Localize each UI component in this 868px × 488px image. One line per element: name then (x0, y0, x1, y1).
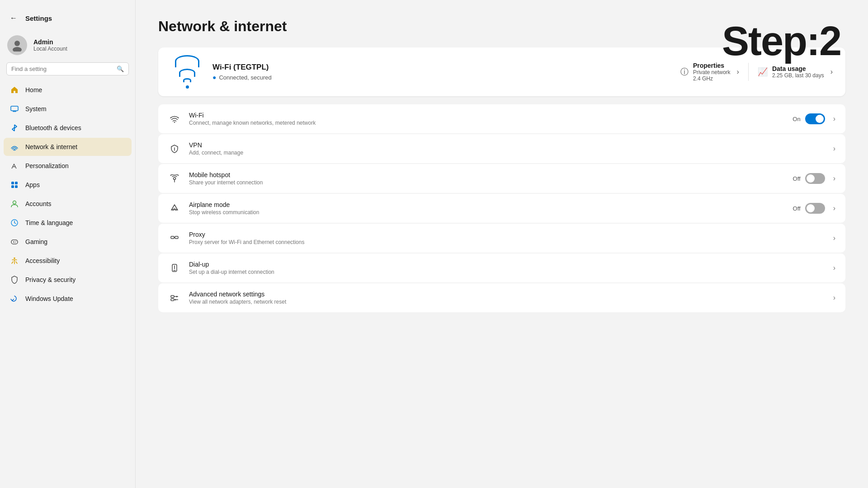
sidebar-item-system[interactable]: System (4, 100, 132, 118)
chevron-dialup: › (833, 264, 835, 272)
toggle-label-airplane: Off (793, 205, 801, 212)
toggle-wifi[interactable] (805, 113, 825, 124)
settings-row-vpn[interactable]: VPN Add, connect, manage › (158, 134, 845, 163)
title-bar: ← Settings (0, 7, 135, 31)
bluetooth-icon (10, 123, 19, 132)
sidebar-item-update[interactable]: Windows Update (4, 290, 132, 308)
svg-rect-6 (11, 182, 14, 184)
sidebar-item-time[interactable]: Time & language (4, 214, 132, 232)
hotspot-row-icon (168, 172, 181, 185)
svg-rect-9 (15, 185, 18, 188)
row-title-airplane: Airplane mode (189, 201, 785, 208)
row-title-hotspot: Mobile hotspot (189, 171, 785, 178)
row-right-airplane: Off (793, 203, 825, 214)
system-icon (10, 104, 19, 113)
settings-row-proxy[interactable]: Proxy Proxy server for Wi-Fi and Etherne… (158, 224, 845, 253)
time-icon (10, 218, 19, 227)
data-usage-title: Data usage (772, 65, 824, 72)
network-icon (10, 142, 19, 151)
user-role: Local Account (33, 46, 67, 52)
data-usage-sub: 2.25 GB, last 30 days (772, 72, 824, 79)
settings-row-advanced[interactable]: Advanced network settings View all netwo… (158, 283, 845, 312)
apps-icon (10, 180, 19, 189)
chevron-advanced: › (833, 294, 835, 302)
row-sub-proxy: Proxy server for Wi-Fi and Ethernet conn… (189, 239, 825, 245)
sidebar-item-apps[interactable]: Apps (4, 176, 132, 194)
sidebar-label-time: Time & language (25, 219, 73, 226)
wifi-status: ● Connected, secured (212, 74, 671, 81)
svg-rect-24 (175, 236, 178, 239)
sidebar-label-home: Home (25, 86, 42, 94)
sidebar-item-privacy[interactable]: Privacy & security (4, 271, 132, 289)
user-section: Admin Local Account (0, 31, 135, 62)
chevron-airplane: › (833, 204, 835, 212)
toggle-airplane[interactable] (805, 203, 825, 214)
svg-point-33 (176, 296, 178, 297)
svg-rect-2 (11, 106, 18, 111)
svg-rect-8 (11, 185, 14, 188)
settings-row-dialup[interactable]: Dial-up Set up a dial-up internet connec… (158, 253, 845, 282)
privacy-icon (10, 275, 19, 284)
sidebar-item-network[interactable]: Network & internet (4, 138, 132, 156)
row-sub-vpn: Add, connect, manage (189, 150, 825, 156)
personalization-icon (10, 161, 19, 170)
gaming-icon (10, 237, 19, 246)
svg-point-17 (15, 241, 16, 242)
wifi-status-text: Connected, secured (219, 74, 271, 81)
sidebar-item-home[interactable]: Home (4, 81, 132, 99)
svg-point-18 (15, 242, 16, 243)
properties-icon: ⓘ (680, 66, 689, 77)
sidebar-label-personalization: Personalization (25, 162, 69, 169)
row-sub-airplane: Stop wireless communication (189, 209, 785, 216)
accounts-icon (10, 199, 19, 208)
row-title-advanced: Advanced network settings (189, 291, 825, 298)
airplane-row-icon (168, 202, 181, 215)
sidebar-label-system: System (25, 105, 47, 113)
sidebar-label-network: Network & internet (25, 143, 77, 150)
row-title-vpn: VPN (189, 141, 825, 149)
toggle-hotspot[interactable] (805, 173, 825, 184)
row-title-proxy: Proxy (189, 231, 825, 238)
search-box[interactable]: 🔍 (6, 62, 129, 75)
sidebar-label-bluetooth: Bluetooth & devices (25, 124, 81, 131)
settings-row-hotspot[interactable]: Mobile hotspot Share your internet conne… (158, 164, 845, 193)
settings-list: Wi-Fi Connect, manage known networks, me… (158, 104, 845, 312)
svg-point-0 (14, 41, 20, 46)
row-right-hotspot: Off (793, 173, 825, 184)
sidebar-item-personalization[interactable]: Personalization (4, 157, 132, 175)
properties-sub2: 2.4 GHz (693, 75, 731, 82)
back-button[interactable]: ← (7, 12, 20, 24)
data-usage-block[interactable]: 📈 Data usage 2.25 GB, last 30 days › (758, 65, 833, 79)
sidebar-item-accessibility[interactable]: Accessibility (4, 252, 132, 270)
toggle-thumb-wifi (816, 115, 824, 123)
update-icon (10, 294, 19, 303)
row-sub-wifi: Connect, manage known networks, metered … (189, 120, 784, 126)
wifi-info: Wi-Fi (TEGTPL) ● Connected, secured (212, 63, 671, 81)
row-text-proxy: Proxy Proxy server for Wi-Fi and Etherne… (189, 231, 825, 245)
row-sub-dialup: Set up a dial-up internet connection (189, 269, 825, 275)
toggle-label-wifi: On (793, 116, 800, 122)
row-title-dialup: Dial-up (189, 261, 825, 268)
settings-row-wifi[interactable]: Wi-Fi Connect, manage known networks, me… (158, 104, 845, 133)
search-icon: 🔍 (117, 66, 124, 72)
vpn-row-icon (168, 142, 181, 155)
sidebar-item-bluetooth[interactable]: Bluetooth & devices (4, 119, 132, 137)
dialup-row-icon (168, 262, 181, 274)
properties-block[interactable]: ⓘ Properties Private network 2.4 GHz › (680, 62, 739, 82)
svg-point-19 (14, 258, 15, 259)
svg-point-10 (13, 201, 16, 204)
home-icon (10, 85, 19, 94)
row-text-airplane: Airplane mode Stop wireless communicatio… (189, 201, 785, 216)
row-text-wifi: Wi-Fi Connect, manage known networks, me… (189, 112, 784, 126)
search-input[interactable] (11, 66, 113, 72)
svg-point-1 (13, 47, 22, 52)
svg-rect-3 (13, 111, 16, 112)
toggle-thumb-hotspot (807, 174, 815, 183)
sidebar-item-accounts[interactable]: Accounts (4, 195, 132, 213)
step-label: Step:2 (722, 18, 841, 65)
settings-row-airplane[interactable]: Airplane mode Stop wireless communicatio… (158, 194, 845, 223)
chevron-vpn: › (833, 145, 835, 153)
properties-sub1: Private network (693, 69, 731, 75)
user-name: Admin (33, 38, 67, 46)
sidebar-item-gaming[interactable]: Gaming (4, 233, 132, 251)
